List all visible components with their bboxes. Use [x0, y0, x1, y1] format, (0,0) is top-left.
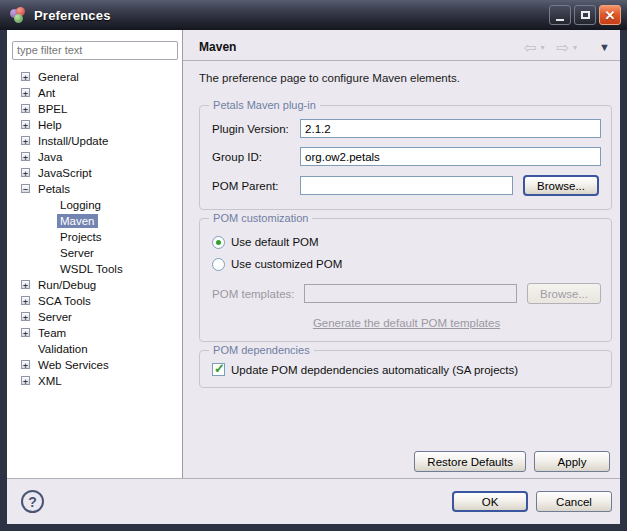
tree-item-help[interactable]: +Help: [12, 117, 177, 133]
minimize-button[interactable]: [549, 5, 571, 25]
expand-icon[interactable]: +: [21, 280, 30, 289]
tree-item-server[interactable]: Server: [12, 245, 177, 261]
expand-icon[interactable]: +: [21, 152, 30, 161]
expand-icon[interactable]: +: [21, 88, 30, 97]
tree-item-label[interactable]: Team: [35, 326, 69, 340]
tree-item-label[interactable]: WSDL Tools: [57, 262, 126, 276]
pom-parent-input[interactable]: [300, 176, 513, 195]
radio-label[interactable]: Use default POM: [231, 236, 319, 248]
tree-item-label[interactable]: SCA Tools: [35, 294, 94, 308]
tree-item-label[interactable]: XML: [35, 374, 65, 388]
expand-icon[interactable]: +: [21, 120, 30, 129]
tree-item-bpel[interactable]: +BPEL: [12, 101, 177, 117]
tree-item-web-services[interactable]: +Web Services: [12, 357, 177, 373]
tree-item-projects[interactable]: Projects: [12, 229, 177, 245]
cancel-button[interactable]: Cancel: [536, 491, 612, 512]
sidebar: +General+Ant+BPEL+Help+Install/Update+Ja…: [7, 30, 183, 478]
tree-item-label[interactable]: Java: [35, 150, 65, 164]
tree-item-maven[interactable]: Maven: [12, 213, 177, 229]
dialog-content: +General+Ant+BPEL+Help+Install/Update+Ja…: [7, 30, 620, 478]
back-icon[interactable]: ⇦: [524, 40, 537, 55]
tree-item-wsdl-tools[interactable]: WSDL Tools: [12, 261, 177, 277]
tree-item-label[interactable]: Help: [35, 118, 65, 132]
tree-item-label[interactable]: Server: [35, 310, 75, 324]
close-icon: ✕: [605, 9, 616, 22]
tree-item-label[interactable]: Ant: [35, 86, 58, 100]
tree-item-label[interactable]: Logging: [57, 198, 104, 212]
tree-item-javascript[interactable]: +JavaScript: [12, 165, 177, 181]
tree-item-run-debug[interactable]: +Run/Debug: [12, 277, 177, 293]
expand-icon[interactable]: +: [21, 312, 30, 321]
collapse-icon[interactable]: −: [21, 184, 30, 193]
page-title: Maven: [199, 40, 236, 54]
tree-item-label[interactable]: Petals: [35, 182, 73, 196]
apply-button[interactable]: Apply: [534, 451, 610, 472]
expand-icon[interactable]: +: [21, 168, 30, 177]
update-pom-checkbox[interactable]: [212, 363, 225, 376]
pom-radio-group: Use default POMUse customized POM: [212, 231, 601, 275]
restore-defaults-button[interactable]: Restore Defaults: [414, 451, 526, 472]
expand-icon[interactable]: +: [21, 296, 30, 305]
tree-item-label[interactable]: Projects: [57, 230, 105, 244]
page-description: The preference page to configure Maven e…: [183, 61, 620, 97]
tree-item-xml[interactable]: +XML: [12, 373, 177, 389]
tree-item-label[interactable]: Web Services: [35, 358, 112, 372]
tree-item-ant[interactable]: +Ant: [12, 85, 177, 101]
preferences-tree: +General+Ant+BPEL+Help+Install/Update+Ja…: [12, 69, 177, 389]
tree-item-logging[interactable]: Logging: [12, 197, 177, 213]
tree-item-validation[interactable]: Validation: [12, 341, 177, 357]
back-dropdown-icon[interactable]: ▾: [541, 43, 545, 52]
tree-item-label[interactable]: Install/Update: [35, 134, 111, 148]
pom-templates-browse-button[interactable]: Browse...: [527, 283, 601, 304]
filter-input[interactable]: [12, 41, 178, 60]
tree-item-petals[interactable]: −Petals: [12, 181, 177, 197]
pom-templates-label: POM templates:: [212, 288, 304, 300]
expand-icon[interactable]: +: [21, 136, 30, 145]
view-menu-icon[interactable]: ▼: [599, 41, 610, 53]
pom-parent-browse-button[interactable]: Browse...: [523, 175, 599, 196]
plugin-version-input[interactable]: [300, 119, 601, 138]
app-icon: [10, 7, 27, 23]
radio-label[interactable]: Use customized POM: [231, 258, 342, 270]
forward-icon[interactable]: ⇨: [557, 40, 570, 55]
tree-item-java[interactable]: +Java: [12, 149, 177, 165]
expand-icon[interactable]: +: [21, 360, 30, 369]
tree-item-install-update[interactable]: +Install/Update: [12, 133, 177, 149]
tree-item-label[interactable]: Maven: [57, 214, 98, 228]
group-id-label: Group ID:: [212, 151, 300, 163]
tree-item-team[interactable]: +Team: [12, 325, 177, 341]
plugin-version-label: Plugin Version:: [212, 123, 300, 135]
radio-icon[interactable]: [212, 258, 225, 271]
close-button[interactable]: ✕: [599, 5, 621, 25]
expand-icon[interactable]: +: [21, 104, 30, 113]
tree-item-label[interactable]: BPEL: [35, 102, 70, 116]
tree-item-label[interactable]: Run/Debug: [35, 278, 99, 292]
generate-pom-templates-link[interactable]: Generate the default POM templates: [313, 317, 500, 329]
group-id-row: Group ID:: [212, 147, 601, 166]
expand-icon[interactable]: +: [21, 328, 30, 337]
ok-button[interactable]: OK: [452, 491, 528, 512]
help-icon[interactable]: ?: [21, 490, 44, 513]
tree-item-sca-tools[interactable]: +SCA Tools: [12, 293, 177, 309]
minimize-icon: [556, 19, 564, 21]
group-id-input[interactable]: [300, 147, 601, 166]
pom-templates-input[interactable]: [304, 284, 517, 303]
tree-item-label[interactable]: General: [35, 70, 82, 84]
tree-item-label[interactable]: Validation: [35, 342, 91, 356]
forward-dropdown-icon[interactable]: ▾: [573, 43, 577, 52]
pom-templates-row: POM templates: Browse...: [212, 283, 601, 304]
radio-row-use-customized-pom: Use customized POM: [212, 253, 601, 275]
expand-icon[interactable]: +: [21, 72, 30, 81]
plugin-version-row: Plugin Version:: [212, 119, 601, 138]
tree-item-label[interactable]: Server: [57, 246, 97, 260]
pom-parent-label: POM Parent:: [212, 180, 300, 192]
group-title: POM customization: [209, 212, 312, 224]
tree-item-general[interactable]: +General: [12, 69, 177, 85]
page-header: Maven ⇦ ▾ ⇨ ▾ ▼: [183, 30, 620, 61]
tree-item-label[interactable]: JavaScript: [35, 166, 95, 180]
tree-item-server[interactable]: +Server: [12, 309, 177, 325]
maximize-button[interactable]: [574, 5, 596, 25]
group-pom-dependencies: POM dependencies Update POM depdendencie…: [199, 350, 612, 388]
expand-icon[interactable]: +: [21, 376, 30, 385]
radio-icon[interactable]: [212, 236, 225, 249]
